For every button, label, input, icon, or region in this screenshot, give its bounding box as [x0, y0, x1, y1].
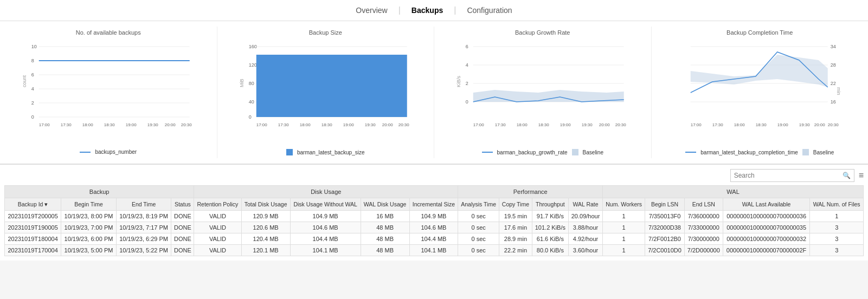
- table-cell: 0 sec: [458, 222, 499, 233]
- col-wal-rate[interactable]: WAL Rate: [568, 198, 602, 211]
- svg-text:18:30: 18:30: [538, 122, 550, 127]
- legend-box-icon: [802, 149, 809, 155]
- col-begin-lsn[interactable]: Begin LSN: [645, 198, 685, 211]
- col-backup-id[interactable]: Backup Id ▾: [5, 198, 61, 211]
- svg-text:22: 22: [830, 81, 835, 86]
- table-row[interactable]: 20231019T19000510/19/23, 7:00 PM10/19/23…: [5, 222, 864, 233]
- legend-label-2: Baseline: [813, 150, 834, 155]
- svg-text:18:30: 18:30: [104, 122, 115, 127]
- svg-text:34: 34: [830, 44, 835, 49]
- chart-backup-size-area: 160 120 80 40 0 MiB 17:00 17:30 18:00 18…: [223, 38, 429, 147]
- table-settings-icon[interactable]: ≡: [859, 171, 864, 180]
- svg-text:19:00: 19:00: [126, 122, 137, 127]
- table-cell: 104.1 MB: [290, 245, 361, 256]
- chart-backup-growth-title: Backup Growth Rate: [440, 29, 646, 36]
- search-input[interactable]: [731, 170, 839, 181]
- chart-backup-growth: Backup Growth Rate 6 4 2 0 KiB/s 17:00: [434, 27, 652, 158]
- svg-text:16: 16: [830, 99, 835, 105]
- table-row[interactable]: 20231019T17000410/19/23, 5:00 PM10/19/23…: [5, 245, 864, 256]
- svg-text:min: min: [835, 87, 841, 95]
- table-cell: 104.6 MB: [409, 222, 458, 233]
- table-cell: 104.6 MB: [290, 222, 361, 233]
- table-row[interactable]: 20231019T20000510/19/23, 8:00 PM10/19/23…: [5, 211, 864, 222]
- table-cell: 104.9 MB: [409, 211, 458, 222]
- table-cell: 48 MB: [361, 245, 409, 256]
- table-cell: 120.9 MB: [241, 211, 290, 222]
- table-cell: 1: [603, 222, 645, 233]
- table-cell: 20231019T200005: [5, 211, 61, 222]
- svg-text:19:00: 19:00: [560, 122, 571, 127]
- svg-text:KiB/s: KiB/s: [456, 75, 461, 87]
- col-wal-last[interactable]: WAL Last Available: [723, 198, 810, 211]
- table-cell: 7/2D000000: [684, 245, 723, 256]
- svg-text:18:00: 18:00: [299, 122, 311, 127]
- table-cell: 7/32000D38: [645, 222, 685, 233]
- svg-text:2: 2: [31, 100, 34, 106]
- nav-overview[interactable]: Overview: [356, 6, 387, 15]
- table-cell: 22.2 min: [499, 245, 532, 256]
- col-wal-files[interactable]: WAL Num. of Files: [810, 198, 864, 211]
- svg-text:19:00: 19:00: [343, 122, 354, 127]
- col-incremental[interactable]: Incremental Size: [409, 198, 458, 211]
- chart-backups-count-svg: 10 8 6 4 2 0 count 17:00 17:30: [5, 38, 211, 136]
- table-cell: 0 sec: [458, 245, 499, 256]
- chart-backup-completion-svg: 34 28 22 16 min 17:00 17:30 18:00 18:30: [657, 38, 863, 136]
- col-num-workers[interactable]: Num. Workers: [603, 198, 645, 211]
- svg-text:20:30: 20:30: [615, 122, 627, 127]
- table-cell: 104.9 MB: [290, 211, 361, 222]
- svg-text:6: 6: [466, 44, 468, 49]
- table-toolbar: 🔍 ≡: [4, 169, 864, 182]
- nav-configuration[interactable]: Configuration: [467, 6, 512, 15]
- svg-text:MiB: MiB: [239, 79, 244, 88]
- table-cell: 101.2 KiB/s: [532, 222, 568, 233]
- col-disk-without-wal[interactable]: Disk Usage Without WAL: [290, 198, 361, 211]
- svg-text:0: 0: [248, 114, 251, 120]
- svg-text:0: 0: [31, 114, 34, 120]
- col-end-time[interactable]: End Time: [116, 198, 171, 211]
- col-retention[interactable]: Retention Policy: [194, 198, 241, 211]
- col-copy[interactable]: Copy Time: [499, 198, 532, 211]
- nav-backups[interactable]: Backups: [412, 6, 443, 15]
- col-end-lsn[interactable]: End LSN: [684, 198, 723, 211]
- table-cell: 10/19/23, 5:22 PM: [116, 245, 171, 256]
- svg-text:20:00: 20:00: [599, 122, 610, 127]
- table-cell: 28.9 min: [499, 233, 532, 245]
- table-row[interactable]: 20231019T18000410/19/23, 6:00 PM10/19/23…: [5, 233, 864, 245]
- table-cell: 104.4 MB: [290, 233, 361, 245]
- chart-backup-growth-area: 6 4 2 0 KiB/s 17:00 17:30 18:00 18:30: [440, 38, 646, 147]
- col-total-disk[interactable]: Total Disk Usage: [241, 198, 290, 211]
- table-cell: 3: [810, 245, 864, 256]
- svg-text:10: 10: [31, 44, 37, 49]
- svg-text:2: 2: [466, 81, 468, 86]
- chart-backup-size-svg: 160 120 80 40 0 MiB 17:00 17:30 18:00 18…: [223, 38, 429, 136]
- table-cell: 1: [810, 211, 864, 222]
- table-cell: 0 sec: [458, 233, 499, 245]
- chart-backups-count-title: No. of available backups: [5, 29, 211, 36]
- table-cell: 1: [603, 233, 645, 245]
- table-cell: 17.6 min: [499, 222, 532, 233]
- col-status[interactable]: Status: [171, 198, 194, 211]
- svg-text:19:30: 19:30: [799, 122, 810, 127]
- svg-text:20:30: 20:30: [181, 122, 192, 127]
- table-cell: 7/33000000: [684, 222, 723, 233]
- col-throughput[interactable]: Throughput: [532, 198, 568, 211]
- svg-marker-51: [473, 90, 624, 102]
- table-cell: 10/19/23, 5:00 PM: [61, 245, 117, 256]
- svg-text:17:00: 17:00: [256, 122, 267, 127]
- col-begin-time[interactable]: Begin Time: [61, 198, 117, 211]
- table-cell: 104.1 MB: [409, 245, 458, 256]
- svg-text:8: 8: [31, 58, 34, 63]
- svg-text:20:00: 20:00: [382, 122, 393, 127]
- table-cell: 10/19/23, 8:19 PM: [116, 211, 171, 222]
- table-cell: 000000010000000700000035: [723, 222, 810, 233]
- legend-line-icon: [482, 152, 493, 153]
- col-analysis[interactable]: Analysis Time: [458, 198, 499, 211]
- nav-divider-2: |: [454, 5, 456, 15]
- col-wal-disk[interactable]: WAL Disk Usage: [361, 198, 409, 211]
- svg-text:19:30: 19:30: [147, 122, 159, 127]
- table-cell: 48 MB: [361, 222, 409, 233]
- table-cell: 120.6 MB: [241, 222, 290, 233]
- legend-box-icon: [286, 149, 293, 155]
- table-cell: 20231019T190005: [5, 222, 61, 233]
- table-cell: 104.4 MB: [409, 233, 458, 245]
